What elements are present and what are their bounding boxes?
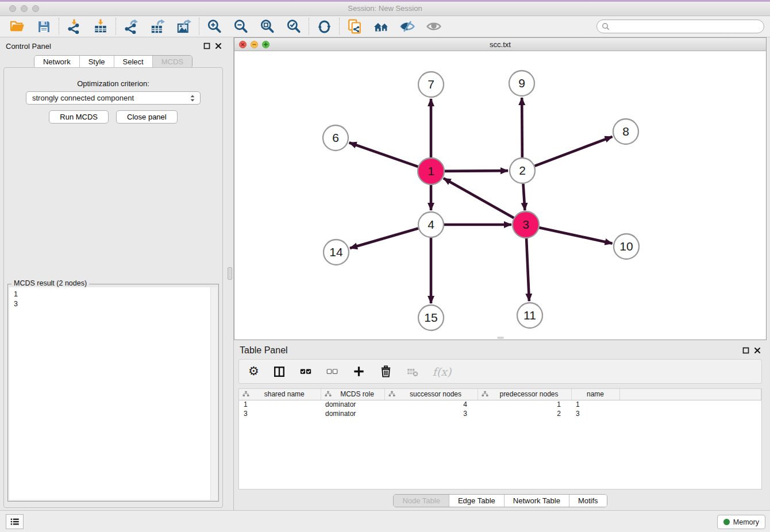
hierarchy-icon [242, 391, 249, 398]
cell-shared-name[interactable]: 1 [239, 400, 321, 409]
open-session-button[interactable] [9, 18, 26, 35]
graph-edge-1-2[interactable] [444, 171, 508, 171]
zoom-fit-button[interactable] [259, 18, 276, 35]
close-panel-icon[interactable] [215, 43, 222, 49]
search-input[interactable] [613, 22, 759, 31]
table-row[interactable]: 1dominator411 [239, 400, 761, 409]
tab-motifs[interactable]: Motifs [569, 495, 607, 507]
app-window: Session: New Session Control Panel Netwo… [0, 0, 770, 532]
mcds-result-area[interactable]: 1 3 [9, 287, 217, 500]
cell-MCDS-role[interactable]: dominator [321, 400, 384, 409]
graph-edge-2-3[interactable] [523, 184, 525, 210]
search-box[interactable] [596, 20, 764, 33]
splitter-grip[interactable] [228, 267, 232, 280]
memory-button[interactable]: Memory [717, 515, 765, 529]
add-icon[interactable] [352, 365, 365, 378]
delete-icon[interactable] [379, 365, 392, 378]
network-canvas[interactable]: 7968124314101511 [234, 52, 766, 340]
tab-node-table[interactable]: Node Table [394, 495, 449, 507]
column-header-MCDS-role[interactable]: MCDS role [321, 389, 384, 400]
function-icon: f(x) [433, 365, 452, 378]
zoom-out-button[interactable] [232, 18, 249, 35]
graph-edge-3-10[interactable] [538, 228, 612, 244]
zoom-selected-button[interactable] [285, 18, 302, 35]
graph-node-label-1: 1 [428, 164, 434, 178]
network-window-titlebar[interactable]: scc.txt [234, 38, 766, 51]
cell-name[interactable]: 3 [571, 409, 619, 418]
export-network-button[interactable] [122, 18, 140, 35]
mcds-panel: Optimization criterion: strongly connect… [3, 67, 223, 508]
refresh-icon [317, 20, 332, 34]
panel-splitter[interactable] [226, 37, 234, 510]
export-image-button[interactable] [175, 18, 192, 35]
tab-network[interactable]: Network [34, 56, 79, 68]
settings-icon[interactable]: ⚙ [248, 365, 259, 377]
result-scrollbar[interactable] [210, 287, 217, 500]
hierarchy-icon [388, 391, 395, 398]
import-network-button[interactable] [66, 18, 83, 35]
export-table-icon [150, 19, 165, 34]
status-bar: Memory [0, 510, 770, 532]
import-table-button[interactable] [92, 18, 109, 35]
cell-MCDS-role[interactable]: dominator [321, 409, 384, 418]
birds-eye-view-button[interactable] [425, 18, 442, 35]
tab-select[interactable]: Select [114, 56, 152, 68]
graph-edge-3-11[interactable] [526, 238, 529, 301]
save-session-icon [37, 20, 51, 34]
save-session-button[interactable] [35, 18, 52, 35]
task-history-button[interactable] [6, 514, 24, 529]
table-row[interactable]: 3dominator323 [239, 409, 761, 418]
tab-mcds[interactable]: MCDS [152, 56, 192, 68]
network-resize-grip[interactable] [497, 337, 504, 339]
close-panel-button[interactable]: Close panel [116, 110, 178, 124]
columns-icon[interactable] [273, 365, 286, 378]
graph-node-label-10: 10 [619, 240, 633, 253]
tab-style[interactable]: Style [79, 56, 114, 68]
graph-node-label-4: 4 [428, 218, 434, 231]
cell-shared-name[interactable]: 3 [239, 409, 321, 418]
column-header-shared-name[interactable]: shared name [239, 389, 321, 400]
cell-name[interactable]: 1 [571, 400, 619, 409]
graph-edge-3-1[interactable] [444, 178, 514, 218]
home-view-button[interactable] [372, 18, 390, 35]
refresh-button[interactable] [315, 18, 333, 35]
optimization-criterion-label: Optimization criterion: [4, 79, 222, 88]
hierarchy-icon [325, 391, 332, 398]
graph-node-label-7: 7 [428, 78, 434, 91]
float-panel-icon[interactable] [742, 347, 749, 354]
column-header-successor-nodes[interactable]: successor nodes [384, 389, 478, 400]
close-panel-icon[interactable] [754, 347, 761, 354]
graph-node-label-11: 11 [523, 309, 536, 322]
graphics-details-icon [400, 19, 415, 34]
column-header-predecessor-nodes[interactable]: predecessor nodes [478, 389, 571, 400]
graph-edge-4-14[interactable] [350, 228, 418, 248]
cell-successor-nodes[interactable]: 4 [384, 400, 478, 409]
memory-label: Memory [733, 518, 759, 526]
graph-node-label-14: 14 [329, 245, 343, 259]
tab-edge-table[interactable]: Edge Table [449, 495, 504, 507]
zoom-in-button[interactable] [206, 18, 223, 35]
float-panel-icon[interactable] [203, 43, 210, 49]
cell-predecessor-nodes[interactable]: 2 [478, 409, 571, 418]
graph-svg[interactable]: 7968124314101511 [234, 52, 766, 340]
graphics-details-button[interactable] [399, 18, 416, 35]
column-header-name[interactable]: name [571, 389, 619, 400]
network-from-document-button[interactable] [346, 18, 363, 35]
network-from-document-icon [347, 19, 362, 34]
export-table-button[interactable] [149, 18, 166, 35]
cell-predecessor-nodes[interactable]: 1 [478, 400, 571, 409]
control-panel-title: Control Panel [6, 42, 51, 51]
optimization-criterion-select[interactable]: strongly connected component [26, 91, 201, 105]
main-toolbar [0, 16, 770, 37]
deselect-all-icon[interactable] [326, 365, 338, 378]
graph-edge-2-8[interactable] [535, 137, 613, 166]
graph-edge-1-6[interactable] [349, 142, 419, 167]
tab-network-table[interactable]: Network Table [504, 495, 569, 507]
graph-edge-2-9[interactable] [522, 98, 522, 157]
delete-table-icon [406, 365, 419, 378]
zoom-in-icon [207, 19, 222, 34]
graph-node-label-6: 6 [332, 131, 339, 144]
run-mcds-button[interactable]: Run MCDS [49, 110, 109, 124]
select-all-icon[interactable] [299, 365, 312, 378]
cell-successor-nodes[interactable]: 3 [384, 409, 478, 418]
